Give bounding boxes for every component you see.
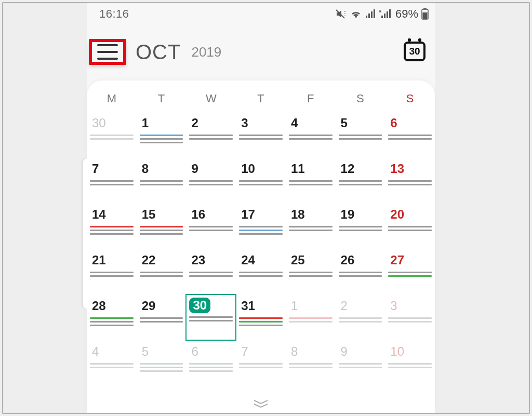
month-label[interactable]: OCT	[136, 41, 181, 64]
calendar-day[interactable]: 27	[385, 249, 435, 294]
event-bar	[339, 363, 382, 365]
event-indicators	[140, 180, 183, 185]
event-bar	[339, 321, 382, 323]
day-number: 7	[239, 343, 250, 360]
calendar-day[interactable]: 3	[236, 112, 286, 157]
expand-chevron-icon[interactable]	[252, 399, 270, 411]
event-bar	[90, 272, 134, 273]
calendar-day[interactable]: 8	[286, 340, 336, 386]
calendar-day[interactable]: 26	[336, 249, 385, 294]
calendar-day[interactable]: 23	[186, 249, 236, 294]
today-button[interactable]: 30	[404, 41, 428, 63]
calendar-week: 14151617181920	[87, 203, 435, 249]
calendar-day[interactable]: 2	[336, 294, 385, 340]
event-bar	[90, 230, 134, 231]
event-bar	[339, 138, 382, 140]
event-bar	[189, 370, 233, 372]
calendar-day[interactable]: 30	[87, 112, 137, 157]
calendar-day[interactable]: 16	[186, 203, 236, 249]
event-indicators	[239, 363, 283, 368]
event-bar	[140, 135, 183, 136]
event-indicators	[140, 135, 183, 143]
calendar-day[interactable]: 14	[87, 203, 137, 249]
calendar-day[interactable]: 10	[385, 340, 435, 386]
svg-text:R: R	[379, 9, 381, 13]
day-number: 5	[339, 115, 350, 131]
calendar-day[interactable]: 9	[336, 340, 385, 386]
day-number: 8	[289, 343, 300, 360]
event-indicators	[90, 317, 134, 326]
calendar-day[interactable]: 9	[186, 157, 236, 203]
calendar-day[interactable]: 4	[87, 340, 137, 386]
year-label[interactable]: 2019	[191, 44, 221, 60]
event-bar	[90, 317, 134, 319]
event-indicators	[388, 272, 432, 277]
calendar-day[interactable]: 19	[336, 203, 385, 249]
event-bar	[140, 272, 183, 273]
event-bar	[388, 138, 432, 140]
event-indicators	[189, 226, 233, 231]
event-bar	[140, 138, 183, 140]
day-number: 6	[189, 343, 200, 360]
day-number: 1	[289, 298, 300, 314]
menu-icon[interactable]	[97, 44, 118, 60]
calendar-day[interactable]: 6	[186, 340, 236, 386]
event-bar	[90, 138, 134, 140]
event-bar	[239, 363, 283, 365]
event-bar	[339, 180, 382, 182]
calendar-day[interactable]: 7	[236, 340, 286, 386]
event-indicators	[289, 180, 332, 185]
calendar-day[interactable]: 8	[137, 157, 187, 203]
calendar-day[interactable]: 11	[286, 157, 336, 203]
calendar-day[interactable]: 18	[286, 203, 336, 249]
event-bar	[140, 367, 183, 368]
calendar-day[interactable]: 29	[137, 294, 187, 340]
event-bar	[388, 363, 432, 365]
event-indicators	[339, 180, 382, 185]
calendar-day[interactable]: 21	[87, 249, 137, 294]
event-bar	[388, 230, 432, 231]
drawer-handle[interactable]	[83, 158, 87, 309]
calendar-day[interactable]: 20	[385, 203, 435, 249]
calendar-day[interactable]: 4	[286, 112, 336, 157]
calendar-day[interactable]: 28	[87, 294, 137, 340]
calendar-day[interactable]: 3	[385, 294, 435, 340]
day-number: 18	[289, 206, 307, 223]
day-number: 26	[339, 252, 357, 269]
day-number: 10	[239, 160, 257, 177]
calendar-day[interactable]: 7	[87, 157, 137, 203]
event-bar	[289, 230, 332, 231]
calendar-day[interactable]: 1	[286, 294, 336, 340]
calendar-day[interactable]: 25	[286, 249, 336, 294]
calendar-day[interactable]: 12	[336, 157, 385, 203]
calendar-day[interactable]: 24	[236, 249, 286, 294]
status-time: 16:16	[93, 7, 129, 21]
app-header: OCT 2019 30	[87, 25, 435, 80]
calendar-day[interactable]: 13	[385, 157, 435, 203]
event-bar	[388, 321, 432, 323]
event-indicators	[140, 363, 183, 372]
day-number: 11	[289, 160, 307, 177]
calendar-day[interactable]: 22	[137, 249, 187, 294]
calendar-day[interactable]: 10	[236, 157, 286, 203]
svg-rect-3	[371, 11, 373, 18]
event-bar	[289, 275, 332, 277]
event-indicators	[90, 272, 134, 277]
calendar-day[interactable]: 2	[186, 112, 236, 157]
event-bar	[289, 367, 332, 368]
calendar-day[interactable]: 1	[137, 112, 187, 157]
dow-label: M	[87, 92, 137, 105]
calendar-day[interactable]: 5	[336, 112, 385, 157]
calendar-day[interactable]: 6	[385, 112, 435, 157]
calendar-day[interactable]: 31	[236, 294, 286, 340]
calendar-day[interactable]: 30	[186, 294, 236, 340]
svg-rect-2	[368, 14, 370, 18]
event-bar	[90, 367, 134, 368]
event-bar	[90, 180, 134, 182]
event-indicators	[239, 180, 283, 185]
calendar-day[interactable]: 17	[236, 203, 286, 249]
svg-rect-7	[384, 14, 385, 18]
calendar-day[interactable]: 5	[137, 340, 187, 386]
calendar-day[interactable]: 15	[137, 203, 187, 249]
event-bar	[140, 226, 183, 227]
